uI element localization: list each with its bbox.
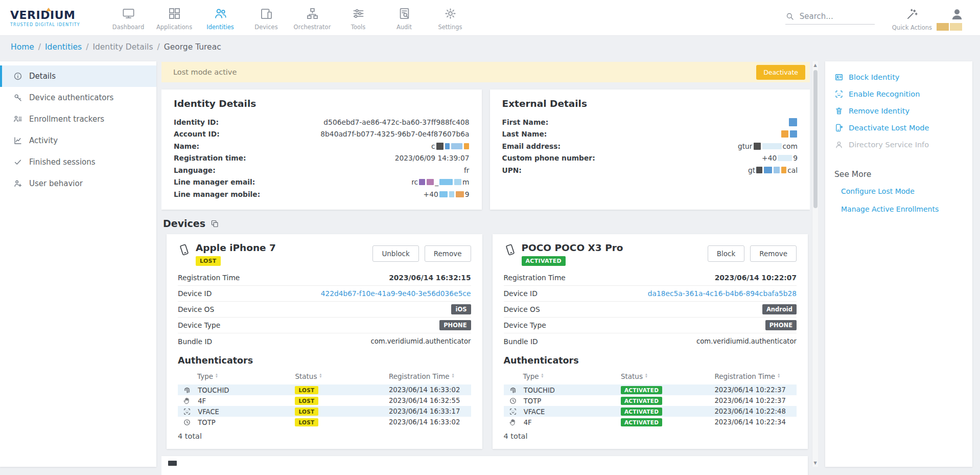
devices-title: Devices xyxy=(163,218,205,229)
hand-icon xyxy=(183,397,191,405)
authenticator-status-badge: ACTIVATED xyxy=(621,408,662,416)
gear-icon xyxy=(444,7,457,20)
detail-row: First Name: xyxy=(502,116,798,128)
detail-row: Line manager mobile: +409 xyxy=(174,188,470,200)
enable-recognition-link[interactable]: Enable Recognition xyxy=(834,89,963,99)
nav-item-devices[interactable]: Devices xyxy=(243,5,289,31)
topnav-right: Quick Actions xyxy=(785,5,965,31)
scroll-up-arrow[interactable]: ▲ xyxy=(813,61,816,69)
unblock-device-button[interactable]: Unblock xyxy=(372,245,418,262)
device-field-value: 2023/06/14 16:32:15 xyxy=(389,274,471,282)
breadcrumb-identities[interactable]: Identities xyxy=(45,42,82,52)
device-card-poco-x3-pro: POCO POCO X3 Pro ACTIVATED Block Remove … xyxy=(493,234,808,449)
device-field-value: Android xyxy=(762,304,797,314)
nav-label: Audit xyxy=(396,24,412,31)
block-identity-link[interactable]: Block Identity xyxy=(834,73,963,82)
logo-accent-triangle xyxy=(46,8,51,11)
remove-device-button[interactable]: Remove xyxy=(425,245,471,262)
veridium-logo[interactable]: VERIDIUM TRUSTED DIGITAL IDENTITY xyxy=(10,9,98,27)
phone-icon xyxy=(178,243,191,256)
sidebar-item-label: Device authenticators xyxy=(29,93,113,102)
device-status-badge: ACTIVATED xyxy=(522,256,566,266)
breadcrumb: Home / Identities / Identity Details / G… xyxy=(0,36,980,58)
remove-identity-link[interactable]: Remove Identity xyxy=(834,106,963,116)
authenticators-title: Authenticators xyxy=(178,355,471,366)
sidebar-item-activity[interactable]: Activity xyxy=(0,130,156,151)
sort-by-type-header[interactable]: Type▴▾ xyxy=(504,370,621,384)
authenticator-row: TOTP LOST 2023/06/14 16:33:02 xyxy=(178,417,471,427)
scroll-down-arrow[interactable]: ▼ xyxy=(813,459,816,467)
breadcrumb-home[interactable]: Home xyxy=(11,42,34,52)
detail-value: gturcom xyxy=(738,142,798,150)
directory-service-info-link: Directory Service Info xyxy=(834,140,963,149)
device-field-value[interactable]: 422d4b67-f10e-41a9-9e40-3e56d036e5ce xyxy=(321,289,471,298)
device-fields: Registration Time 2023/06/14 10:22:07 De… xyxy=(504,270,797,349)
hand-icon xyxy=(509,418,517,426)
trash-icon xyxy=(834,106,844,116)
sort-by-type-header[interactable]: Type▴▾ xyxy=(178,370,295,384)
search-input[interactable] xyxy=(800,12,869,21)
sidebar-item-enrollment-trackers[interactable]: Enrollment trackers xyxy=(0,108,156,130)
external-details-title: External Details xyxy=(502,98,798,109)
manage-active-enrollments-link[interactable]: Manage Active Enrollments xyxy=(841,205,963,213)
top-navigation: VERIDIUM TRUSTED DIGITAL IDENTITY Dashbo… xyxy=(0,0,980,36)
device-status-badge: LOST xyxy=(196,256,221,266)
sort-by-time-header[interactable]: Registration Time▴▾ xyxy=(714,370,797,384)
copy-icon[interactable] xyxy=(211,219,219,228)
authenticators-title: Authenticators xyxy=(504,355,797,366)
sort-by-status-header[interactable]: Status▴▾ xyxy=(295,370,389,384)
authenticator-time: 2023/06/14 10:22:34 xyxy=(714,417,797,427)
detail-label: Registration time: xyxy=(174,154,246,162)
detail-label: Language: xyxy=(174,166,216,174)
nav-item-identities[interactable]: Identities xyxy=(197,5,243,31)
sort-by-time-header[interactable]: Registration Time▴▾ xyxy=(389,370,471,384)
deactivate-lost-mode-link[interactable]: Deactivate Lost Mode xyxy=(834,123,963,132)
authenticator-status-badge: ACTIVATED xyxy=(621,386,662,394)
configure-lost-mode-link[interactable]: Configure Lost Mode xyxy=(841,187,963,195)
quick-actions-button[interactable]: Quick Actions xyxy=(892,5,932,31)
scrollbar-thumb[interactable] xyxy=(813,70,818,208)
authenticator-status-badge: LOST xyxy=(295,408,318,416)
device-fields: Registration Time 2023/06/14 16:32:15 De… xyxy=(178,270,471,349)
sidebar-item-label: Activity xyxy=(29,136,58,145)
sidebar-item-finished-sessions[interactable]: Finished sessions xyxy=(0,151,156,173)
authenticator-status-badge: ACTIVATED xyxy=(621,397,662,405)
devices-section-header: Devices xyxy=(163,218,810,229)
nav-item-audit[interactable]: Audit xyxy=(381,5,427,31)
sidebar-item-label: Enrollment trackers xyxy=(29,115,104,124)
sort-icon: ▴▾ xyxy=(542,373,544,378)
nav-label: Tools xyxy=(351,24,365,31)
block-device-button[interactable]: Block xyxy=(708,245,745,262)
sidebar-item-user-behavior[interactable]: User behavior xyxy=(0,173,156,194)
detail-label: Line manager mobile: xyxy=(174,190,260,198)
detail-row: Registration time: 2023/06/09 14:39:07 xyxy=(174,152,470,165)
authenticator-time: 2023/06/14 10:22:48 xyxy=(714,406,797,417)
user-menu[interactable] xyxy=(949,5,965,24)
detail-row: Last Name: xyxy=(502,128,798,141)
authenticator-type: TOTP xyxy=(524,397,541,405)
device-field-row: Device ID 422d4b67-f10e-41a9-9e40-3e56d0… xyxy=(178,286,471,302)
sort-by-status-header[interactable]: Status▴▾ xyxy=(621,370,715,384)
device-field-value: PHONE xyxy=(765,320,797,330)
nav-item-applications[interactable]: Applications xyxy=(151,5,197,31)
breadcrumb-separator: / xyxy=(86,42,88,52)
person-sparkle-icon xyxy=(13,179,22,188)
nav-item-tools[interactable]: Tools xyxy=(335,5,381,31)
sidebar-item-device-authenticators[interactable]: Device authenticators xyxy=(0,87,156,108)
authenticator-type: TOUCHID xyxy=(198,387,229,394)
remove-device-button[interactable]: Remove xyxy=(750,245,797,262)
nav-item-dashboard[interactable]: Dashboard xyxy=(105,5,151,31)
main-scrollbar[interactable]: ▲ ▼ xyxy=(812,61,818,467)
sort-icon: ▴▾ xyxy=(452,373,454,378)
nav-item-settings[interactable]: Settings xyxy=(427,5,473,31)
search-icon[interactable] xyxy=(785,12,795,21)
deactivate-lost-mode-button[interactable]: Deactivate xyxy=(756,65,805,80)
nav-item-orchestrator[interactable]: Orchestrator xyxy=(289,5,335,31)
sidebar-item-details[interactable]: Details xyxy=(0,65,156,87)
detail-label: Custom phone number: xyxy=(502,154,595,162)
device-field-value[interactable]: da18ec5a-361a-4c16-b4b6-894cbafa5b28 xyxy=(648,289,797,298)
sort-icon: ▴▾ xyxy=(778,373,780,378)
breadcrumb-separator: / xyxy=(38,42,41,52)
global-search[interactable] xyxy=(785,12,875,25)
column-header-label: Status xyxy=(621,372,643,380)
